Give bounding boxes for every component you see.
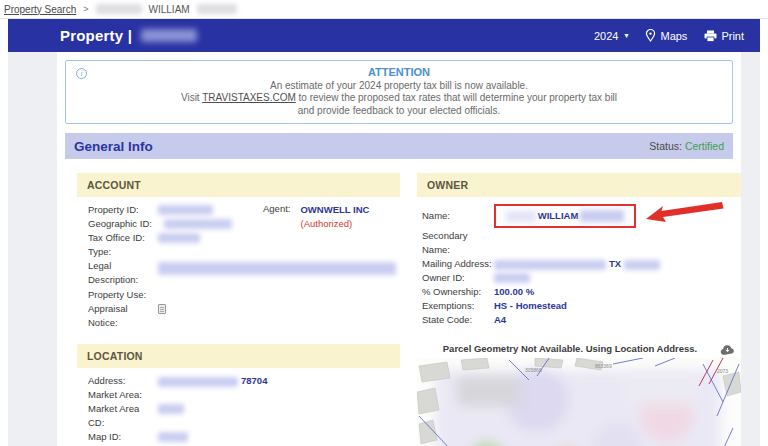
parcel-map[interactable]: 305868 863369 2073 103903: [417, 358, 741, 446]
mailing-state-value: TX: [609, 257, 621, 271]
parcel-label-1: 305868: [525, 367, 542, 373]
parcel-label-2: 863369: [595, 363, 612, 369]
property-id-label: Property ID:: [88, 203, 158, 217]
breadcrumb: Property Search > WILLIAM: [0, 0, 768, 19]
map-id-label: Map ID:: [88, 430, 158, 444]
section-title-general-info: General Info: [74, 139, 153, 154]
owner-row-mailing-address: Mailing Address: TX: [422, 257, 735, 271]
account-row-tax-office-id: Tax Office ID:: [88, 231, 394, 245]
owner-row-name: Name: WILLIAM: [422, 203, 735, 229]
account-panel: ACCOUNT Agent: OWNWELL INC (Authorized) …: [77, 173, 400, 337]
legal-description-label: Legal Description:: [88, 259, 158, 287]
document-icon[interactable]: [158, 304, 166, 314]
redacted-property-id: [158, 205, 213, 215]
account-panel-header: ACCOUNT: [77, 173, 400, 197]
exemptions-label: Exemptions:: [422, 299, 494, 313]
owner-panel-title: OWNER: [427, 179, 468, 191]
redacted-tax-office-id: [158, 233, 200, 243]
owner-panel-header: OWNER: [417, 173, 741, 197]
location-panel-header: LOCATION: [77, 344, 400, 368]
printer-icon: [704, 30, 717, 42]
travistaxes-link[interactable]: TRAVISTAXES.COM: [202, 92, 296, 103]
property-use-label: Property Use:: [88, 288, 158, 302]
map-panel: Parcel Geometry Not Available. Using Loc…: [417, 343, 741, 446]
status-value: Certified: [685, 140, 724, 152]
owner-row-owner-id: Owner ID:: [422, 271, 735, 285]
owner-name-highlight-box: WILLIAM: [494, 204, 636, 228]
redacted-owner-first-name: [506, 211, 536, 222]
geographic-id-label: Geographic ID:: [88, 217, 158, 231]
owner-id-label: Owner ID:: [422, 271, 494, 285]
redacted-mailing-street: [494, 260, 606, 270]
address-zip-value: 78704: [241, 374, 267, 388]
page-background: i ATTENTION An estimate of your 2024 pro…: [8, 52, 760, 446]
account-row-legal-description: Legal Description:: [88, 259, 394, 288]
status-badge: Status: Certified: [649, 140, 724, 152]
location-row-market-area: Market Area:: [88, 388, 394, 402]
map-notice-text: Parcel Geometry Not Available. Using Loc…: [417, 343, 741, 354]
secondary-name-label: Secondary Name:: [422, 229, 494, 257]
location-panel: LOCATION Address: 78704 Market Area: Mar…: [77, 344, 400, 446]
agent-authorized-status: (Authorized): [300, 217, 369, 230]
owner-row-secondary-name: Secondary Name:: [422, 229, 735, 257]
owner-row-ownership: % Ownership: 100.00 %: [422, 285, 735, 299]
owner-name-label: Name:: [422, 209, 494, 223]
account-panel-title: ACCOUNT: [87, 179, 141, 191]
print-button[interactable]: Print: [704, 30, 744, 42]
cloud-download-button[interactable]: [720, 342, 735, 360]
attention-line2-pre: Visit: [181, 92, 202, 103]
owner-name-visible: WILLIAM: [538, 209, 579, 223]
redacted-property-id-title: [141, 29, 197, 42]
type-label: Type:: [88, 245, 158, 259]
red-annotation-arrow: [645, 201, 725, 225]
year-dropdown[interactable]: 2024 ▾: [594, 30, 629, 42]
print-button-label: Print: [721, 30, 744, 42]
redacted-map-id: [158, 432, 188, 442]
attention-line2: Visit TRAVISTAXES.COM to review the prop…: [106, 92, 692, 105]
agent-value-link[interactable]: OWNWELL INC: [300, 203, 369, 216]
state-code-label: State Code:: [422, 313, 494, 327]
location-row-address: Address: 78704: [88, 374, 394, 388]
ownership-label: % Ownership:: [422, 285, 494, 299]
breadcrumb-property-search-link[interactable]: Property Search: [4, 4, 76, 15]
breadcrumb-owner-name: WILLIAM: [149, 4, 190, 15]
owner-row-exemptions: Exemptions: HS - Homestead: [422, 299, 735, 313]
location-panel-title: LOCATION: [87, 350, 143, 362]
maps-button-label: Maps: [660, 30, 687, 42]
maps-button[interactable]: Maps: [645, 29, 687, 42]
redacted-owner-last-name: [580, 210, 624, 222]
location-row-map-id: Map ID:: [88, 430, 394, 444]
attention-line1: An estimate of your 2024 property tax bi…: [106, 80, 692, 93]
appraisal-notice-label: Appraisal Notice:: [88, 302, 158, 330]
page-title: Property |: [60, 27, 197, 44]
market-area-cd-label: Market Area CD:: [88, 402, 158, 430]
attention-line3: and provide feedback to your elected off…: [106, 105, 692, 118]
map-pin-icon: [645, 29, 656, 42]
year-dropdown-value: 2024: [594, 30, 618, 42]
content-card: i ATTENTION An estimate of your 2024 pro…: [57, 52, 741, 446]
account-row-property-use: Property Use:: [88, 288, 394, 302]
page-title-text: Property |: [60, 27, 132, 44]
address-label: Address:: [88, 374, 158, 388]
market-area-label: Market Area:: [88, 388, 158, 402]
owner-panel: OWNER Name: WILLIAM: [417, 173, 741, 333]
owner-row-state-code: State Code: A4: [422, 313, 735, 327]
exemptions-value: HS - Homestead: [494, 299, 567, 313]
account-row-appraisal-notice: Appraisal Notice:: [88, 302, 394, 331]
parcel-label-3: 2073: [717, 368, 728, 374]
status-label: Status:: [649, 140, 685, 152]
cloud-download-icon: [720, 345, 735, 356]
redacted-owner-first-name: [96, 4, 142, 14]
location-row-market-area-cd: Market Area CD:: [88, 402, 394, 430]
general-info-bar: General Info Status: Certified: [65, 133, 733, 159]
redacted-mailing-zip: [624, 260, 660, 270]
account-row-type: Type:: [88, 245, 394, 259]
info-icon: i: [76, 68, 87, 79]
attention-banner: i ATTENTION An estimate of your 2024 pro…: [65, 60, 733, 124]
redacted-owner-id: [494, 273, 530, 283]
mailing-address-label: Mailing Address:: [422, 257, 494, 271]
tax-office-id-label: Tax Office ID:: [88, 231, 158, 245]
agent-label: Agent:: [263, 203, 290, 230]
redacted-market-area-cd: [158, 404, 184, 414]
chevron-down-icon: ▾: [624, 31, 628, 40]
